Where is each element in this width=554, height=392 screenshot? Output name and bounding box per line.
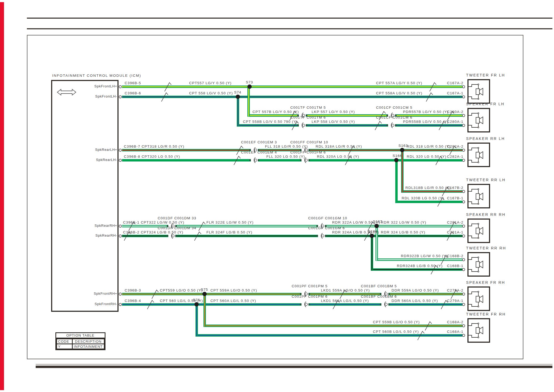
wire-label: C167A-2 [447,81,463,85]
wire-label: RDR322B LG/W 0.50 (Y) [401,254,448,258]
connector-label: C001DF C001DM 33 [158,216,196,220]
wire-lg-v [237,124,462,127]
harness-break-icon [425,91,434,104]
icm-pin-label: SpkFrontLH+ [94,84,117,88]
device-pin-icon [462,149,465,152]
device-pin-icon [462,235,465,237]
connector-label: C001GF C001GM 6 [308,226,345,230]
icm-pin-icon [119,95,122,98]
device-pin-icon [462,114,465,117]
icm-pin-icon [119,235,122,237]
wire-lg-y [122,86,462,88]
bottom-rule-thick [36,366,552,368]
wire-label: C396B-6 [125,91,141,95]
wire-label: RDL 320 LG 0.50 (Y) [407,155,446,159]
wire-label: RDL 320B LG 0.50 (Y) [402,196,444,200]
harness-break-icon [160,91,169,104]
speaker-icon [469,185,489,208]
option-table-col-code: CODE [57,339,72,344]
speaker-icon [469,109,489,132]
device-pin-icon [462,200,465,203]
device-pin-icon [462,293,465,296]
wire-label: DDR 559A LG/O 0.50 (Y) [392,288,439,292]
connector-label: C001PF C001PM 5 [292,284,328,288]
option-table-title: OPTION TABLE [56,333,105,338]
splice-dot [202,292,207,296]
splice-label: S166 [393,154,402,158]
device-title: SPEAKER RR LH [466,136,505,141]
wire-label: RDR 324A LG/B 0.50 (Y) [332,230,379,234]
wire-label: C396B-2 CPT324 LG/B 0.50 (Y) [123,230,183,234]
wire-label: C167B-1 [447,196,463,200]
wire-label: CPT 560B LG/L 0.50 (Y) [373,330,419,334]
inline-connector-icon [316,232,327,241]
top-rule-1 [27,18,552,19]
wire-vertical-lg [395,160,398,203]
device-title: SPEAKER FR RH [466,280,505,285]
wire-label: CPT 560 LG/L 0.50 (Y) [160,299,203,303]
wire-label: RDR324B LG/B 0.50 (Y) [397,264,443,268]
icm-title: INFOTAINMENT CONTROL MODULE (ICM) [52,74,141,78]
wire-lg-w [376,258,462,261]
wire-label: C168A-2 [447,320,463,324]
connector-label: C001BF C001BM 6 [361,294,397,298]
inline-connector-icon [386,122,397,130]
splice-dot [236,95,240,99]
wire-label: C280A-2 [447,110,463,114]
device-pin-icon [462,95,465,98]
wire-label: CPT557 LG/Y 0.50 (Y) [189,81,232,85]
wire-label: CPT 558 LG/V 0.50 (Y) [189,91,233,95]
device-pin-icon [462,303,465,306]
splice-label: S73 [246,80,253,84]
wire-label: C281A-2 [447,220,463,224]
icm-pin-icon [119,225,122,228]
wire-label: CPT 558A LG/V 0.50 (Y) [376,91,422,95]
left-margin-bar [0,2,4,390]
wire-vertical-lg-y [247,87,250,116]
top-rule-2 [27,28,552,29]
splice-dot [247,84,252,89]
connector-label: C001CF C001CM 6 [376,115,413,119]
wire-label: LKD1 559A LG/O 0.50 (Y) [321,288,370,292]
device-pin-icon [462,124,465,127]
wire-lg [395,201,462,203]
icm-pin-icon [119,85,122,88]
speaker-icon [469,144,489,167]
splice-label: S74 [234,90,241,94]
splice-dot [194,302,199,306]
icm-pin-label: SpkFrontLH- [95,94,117,98]
splice-dot [370,234,374,238]
wire-label: C281A-1 [447,230,463,234]
wire-label: C282A-2 [447,144,463,148]
icm-pin-icon [119,159,122,162]
wire-label: CPT559 LG/O 0.50 (Y) [160,288,203,292]
wire-label: LKP 558 LG/V 0.50 (Y) [312,120,355,124]
wire-label: C396B-5 [125,81,141,85]
option-code-value: Y [57,344,72,349]
wire-label: C167A-1 [447,91,463,95]
wire-label: C168B-1 [447,264,463,268]
connector-label: C001EF C001EM 3 [241,140,277,144]
device-title: TWEETER FR LH [466,73,505,77]
device-title: SPEAKER RR RH [466,212,506,217]
harness-break-icon [233,154,241,167]
speaker-icon [469,220,489,243]
wire-label: DDR 560A LG/L 0.50 (Y) [392,299,438,303]
wire-label: C282A-1 [447,155,463,159]
connector-label: C001FF C001FM 10 [290,140,328,144]
device-pin-icon [462,85,465,88]
device-pin-icon [462,190,465,193]
connector-label: C001EF C001EM 4 [241,150,277,154]
wire-label: FLL 318 LG/R 0.50 (Y) [265,144,308,148]
wire-label: PDR557B LG/Y 0.50 (Y) [403,110,449,114]
device-title: SPEAKER FR LH [466,102,504,106]
inline-connector-icon [299,301,311,309]
wire-label: RDR 322A LG/W 0.50 (Y) [332,220,380,224]
wire-vertical-lg-v [237,97,239,126]
splice-dot [400,148,404,152]
speaker-icon [469,288,489,311]
bidirectional-arrow-icon [57,88,76,96]
wire-label: C396B-8 CPT320 LG 0.50 (Y) [124,155,180,159]
connector-label: C001TF C001TM 5 [290,106,326,110]
icm-pin-label: SpkRearLH+ [95,148,117,152]
